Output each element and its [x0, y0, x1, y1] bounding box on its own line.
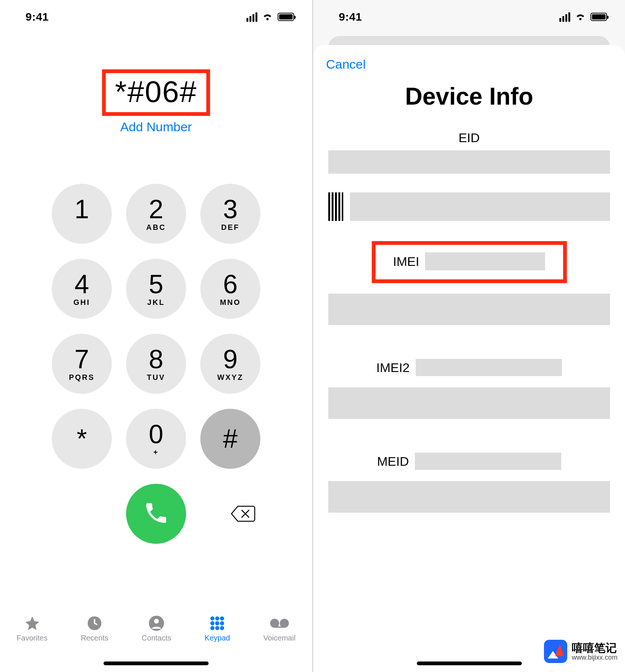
- wifi-icon: [575, 12, 586, 21]
- eid-label: EID: [313, 130, 625, 145]
- tab-label: Keypad: [204, 634, 230, 642]
- tab-favorites[interactable]: Favorites: [17, 615, 47, 642]
- key-6[interactable]: 6MNO: [200, 259, 260, 319]
- tab-label: Recents: [81, 634, 108, 642]
- svg-point-12: [271, 620, 278, 627]
- person-icon: [147, 615, 166, 632]
- clock-icon: [85, 615, 104, 632]
- sheet-title: Device Info: [313, 82, 625, 110]
- tab-label: Voicemail: [263, 634, 296, 642]
- imei2-label: IMEI2: [376, 360, 410, 375]
- keypad: 1 2ABC 3DEF 4GHI 5JKL 6MNO 7PQRS 8TUV 9W…: [0, 184, 312, 469]
- imei-label: IMEI: [393, 254, 419, 269]
- imei2-barcode-redacted: [328, 387, 610, 419]
- cellular-icon: [246, 12, 257, 22]
- svg-point-8: [220, 621, 224, 626]
- watermark-url: www.bijixx.com: [572, 654, 617, 662]
- battery-icon: [278, 13, 294, 21]
- cellular-icon: [559, 12, 570, 22]
- eid-barcode-redacted: [350, 192, 610, 221]
- home-indicator[interactable]: [104, 662, 209, 665]
- add-number-link[interactable]: Add Number: [0, 120, 312, 134]
- phone-keypad-screen: 9:41 *#06# Add Number 1 2ABC 3DEF 4GHI 5…: [0, 0, 312, 672]
- imei-value-redacted: [425, 252, 545, 270]
- phone-device-info-screen: 9:41 Cancel Device Info EID: [313, 0, 625, 672]
- key-2[interactable]: 2ABC: [126, 184, 186, 244]
- backspace-button[interactable]: [230, 504, 256, 523]
- svg-point-2: [154, 619, 159, 624]
- device-info-sheet: Cancel Device Info EID IMEI IMEI2: [313, 45, 625, 672]
- svg-point-13: [281, 620, 288, 627]
- key-3[interactable]: 3DEF: [200, 184, 260, 244]
- tab-recents[interactable]: Recents: [81, 615, 108, 642]
- svg-point-9: [210, 626, 215, 630]
- imei2-value-redacted: [416, 359, 562, 376]
- tab-keypad[interactable]: Keypad: [204, 615, 230, 642]
- cancel-button[interactable]: Cancel: [326, 57, 366, 72]
- phone-icon: [143, 500, 169, 528]
- svg-point-10: [215, 626, 219, 630]
- eid-barcode-row: [328, 192, 610, 221]
- svg-point-5: [220, 616, 224, 621]
- status-time: 9:41: [26, 10, 49, 23]
- meid-barcode-redacted: [328, 481, 610, 513]
- watermark-brand: 嘻嘻笔记: [572, 642, 617, 654]
- meid-label: MEID: [377, 454, 409, 469]
- imei-highlight: IMEI: [372, 241, 567, 283]
- key-1[interactable]: 1: [52, 184, 112, 244]
- key-8[interactable]: 8TUV: [126, 334, 186, 394]
- svg-point-6: [210, 621, 215, 626]
- battery-icon: [590, 13, 607, 21]
- call-button[interactable]: [126, 484, 186, 544]
- status-bar: 9:41: [0, 0, 312, 34]
- key-4[interactable]: 4GHI: [52, 259, 112, 319]
- wifi-icon: [262, 12, 273, 21]
- key-star[interactable]: *: [52, 409, 112, 469]
- meid-value-redacted: [415, 453, 561, 470]
- status-bar: 9:41: [313, 0, 625, 34]
- tab-label: Favorites: [17, 634, 47, 642]
- voicemail-icon: [270, 615, 289, 632]
- home-indicator[interactable]: [417, 662, 522, 665]
- key-9[interactable]: 9WXYZ: [200, 334, 260, 394]
- svg-point-3: [210, 616, 215, 621]
- dialed-number-highlight: *#06#: [102, 69, 210, 116]
- status-time: 9:41: [339, 10, 362, 23]
- svg-point-7: [215, 621, 219, 626]
- star-icon: [23, 615, 42, 632]
- tab-contacts[interactable]: Contacts: [142, 615, 171, 642]
- key-5[interactable]: 5JKL: [126, 259, 186, 319]
- key-0[interactable]: 0+: [126, 409, 186, 469]
- keypad-icon: [208, 615, 227, 632]
- barcode-icon: [328, 192, 343, 221]
- eid-value-redacted: [328, 150, 610, 174]
- key-hash[interactable]: #: [200, 409, 260, 469]
- svg-point-11: [220, 626, 224, 630]
- tab-label: Contacts: [142, 634, 171, 642]
- svg-point-4: [215, 616, 219, 621]
- imei-barcode-redacted: [328, 294, 610, 325]
- dialed-number: *#06#: [115, 75, 197, 108]
- watermark: 嘻嘻笔记 www.bijixx.com: [544, 640, 617, 663]
- watermark-logo-icon: [544, 640, 567, 663]
- key-7[interactable]: 7PQRS: [52, 334, 112, 394]
- tab-voicemail[interactable]: Voicemail: [263, 615, 296, 642]
